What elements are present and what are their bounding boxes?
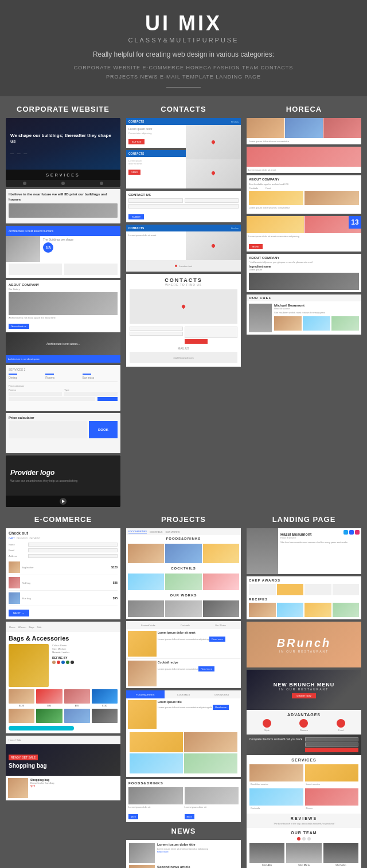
landing-contact-submit[interactable]	[305, 748, 358, 752]
contact-name-input[interactable]	[130, 327, 183, 331]
horeca-portrait-wrapper: Hazel Beaumont Head Brasserie She has be…	[247, 528, 361, 619]
play-button[interactable]	[60, 498, 67, 505]
contacts-card-1: CONTACTS Find us Lorem ipsum dolor Conse…	[126, 118, 241, 148]
ecommerce-checkout-card: Check out CART DELIVERY PAYMENT Name Ema…	[6, 528, 120, 619]
color-green[interactable]	[66, 661, 69, 664]
bag-item-1: $120	[9, 689, 34, 707]
projects-tabs-card: FOODS&DRINKS COCKTAILS OUR WORKS Lorem i…	[126, 690, 241, 777]
proj-nav-3[interactable]: Our Works	[215, 624, 226, 627]
corp-grid-badge: 13	[43, 242, 53, 253]
form-label-1: Name	[9, 543, 26, 546]
tab-works[interactable]: OUR WORKS	[202, 693, 241, 696]
corp-service-1: Dining	[9, 374, 44, 379]
pagination-bar	[9, 726, 74, 730]
form-field-1[interactable]	[28, 543, 118, 547]
chef-food-3	[331, 316, 359, 331]
corp-about-title: I believe in the near future we will 3D …	[9, 192, 118, 202]
projects-nav-works[interactable]: OUR WORKS	[165, 531, 179, 533]
news-readmore-1[interactable]: Read more	[157, 850, 238, 853]
facebook-icon[interactable]	[349, 530, 354, 535]
tab-foods-active[interactable]: FOODS&DRINKS	[126, 690, 165, 698]
corp-price-section: Price calculator BOOK	[6, 413, 120, 453]
news-content-2: Second news article Lorem ipsum dolor si…	[157, 865, 238, 868]
team-nav-dot-active[interactable]	[297, 837, 300, 840]
form-field-3[interactable]	[28, 554, 118, 558]
blog-item-2: Lorem ipsum dolor sit More	[185, 787, 239, 820]
form-row-3: Address	[9, 554, 118, 558]
corp-hero-bg: We shape our buildings; thereafter they …	[6, 118, 120, 170]
contact-submit-btn[interactable]	[185, 339, 208, 344]
team-img-1	[249, 843, 284, 863]
landing-hero-btn[interactable]: ORDER NOW	[292, 693, 315, 698]
portrait-info: Hazel Beaumont Head Brasserie She has be…	[278, 528, 361, 574]
award-4	[333, 584, 360, 595]
news-content-1: Lorem ipsum dolor title Lorem ipsum dolo…	[157, 843, 238, 863]
proj-grid-3	[130, 753, 183, 773]
proj-grid-2	[184, 732, 237, 752]
map-pin-3	[211, 243, 216, 248]
bags-refineby-label: REFINE BY	[52, 656, 118, 659]
proj-nav-1[interactable]: FoodsaDrinks	[141, 624, 155, 627]
brunch-subtitle: IN OUR RESTAURANT	[279, 650, 329, 653]
service-item-4: Dinner	[305, 788, 359, 811]
ecommerce-steps: CART DELIVERY PAYMENT	[9, 537, 118, 540]
instagram-icon[interactable]	[355, 530, 360, 535]
service-item-2: Lunch service	[305, 764, 359, 787]
bags-nav-3[interactable]: Bags	[29, 626, 34, 629]
ecommerce-bags-card: Home Women Bags Sale Bags & Accessories …	[6, 622, 120, 733]
corp-grid-layout: The Buildings we shape 13	[6, 236, 120, 262]
bottom-row: E-COMMERCE Check out CART DELIVERY PAYME…	[6, 515, 361, 868]
news-title-2: Second news article	[157, 865, 238, 868]
color-brown[interactable]	[52, 661, 56, 664]
ecommerce-next-btn[interactable]: NEXT →	[9, 610, 29, 616]
team-nav-dot-1[interactable]	[302, 837, 306, 840]
news-section-title: NEWS	[126, 827, 241, 835]
proj-nav-2[interactable]: Cocktails	[181, 624, 190, 627]
tab-cocktails[interactable]: COCKTAILS	[165, 693, 203, 696]
bags-nav[interactable]: Home	[9, 626, 15, 629]
corp-icon-1	[23, 182, 26, 185]
news-article-2: Second news article Lorem ipsum dolor si…	[129, 865, 238, 868]
projects-nav-foods[interactable]: FOODS&DRINKS	[128, 530, 147, 533]
nav-row-1[interactable]: CORPORATE WEBSITE E-COMMERCE HORECA FASH…	[6, 63, 361, 72]
blog-btn-1[interactable]: More	[128, 814, 138, 819]
color-blue[interactable]	[61, 661, 65, 664]
form-row-1: Name	[9, 543, 118, 547]
bags-nav-4[interactable]: Sale	[37, 626, 42, 629]
corp-service-3: Bar extra	[83, 374, 118, 379]
proj-food-2	[165, 544, 201, 563]
contacts-column: CONTACTS CONTACTS Find us Lorem ipsum do…	[126, 105, 241, 509]
contacts-large-form	[130, 327, 237, 344]
landing-contact-name[interactable]	[305, 737, 358, 741]
bags-nav-2[interactable]: Women	[18, 626, 26, 629]
horeca-section-title: HORECA	[247, 105, 361, 113]
adv-item-2: Dinners	[287, 719, 322, 732]
team-member-1: Chef Alex	[249, 843, 284, 866]
projects-cocktail-imgs	[126, 572, 241, 592]
nav-row-2[interactable]: PROJECTS NEWS E-MAIL TEMPLATE LANDING PA…	[6, 72, 361, 81]
top-row: CORPORATE WEBSITE We shape our buildings…	[6, 105, 361, 509]
twitter-icon[interactable]	[343, 530, 348, 535]
service-item-1: Breakfast service	[249, 764, 303, 787]
contact-email-input[interactable]	[130, 332, 183, 336]
map-pin-2	[211, 171, 216, 175]
recipe-2	[277, 603, 304, 617]
color-red[interactable]	[57, 661, 60, 664]
product-info-3: Blue bag	[22, 597, 111, 600]
team-nav-dot-2[interactable]	[307, 837, 311, 840]
color-black[interactable]	[71, 661, 74, 664]
projects-nav-cocktails[interactable]: COCKTAILS	[150, 531, 162, 533]
blog-btn-2[interactable]: More	[185, 814, 194, 819]
contacts-header-text: CONTACTS	[128, 120, 144, 123]
landing-team-title: OUR TEAM	[249, 831, 358, 835]
product-price-2: $85	[113, 581, 118, 584]
step-delivery: DELIVERY	[17, 537, 28, 540]
sale-text: Shopping bag	[9, 762, 47, 769]
proj-work-1	[128, 600, 164, 617]
landing-contact-phone[interactable]	[305, 743, 358, 747]
recipe-4	[333, 603, 360, 617]
form-field-2[interactable]	[28, 548, 118, 552]
step-payment: PAYMENT	[30, 537, 41, 540]
landing-services-section: SERVICES Breakfast service Lunch service	[247, 755, 361, 814]
team-member-3: Chef John	[323, 843, 358, 866]
